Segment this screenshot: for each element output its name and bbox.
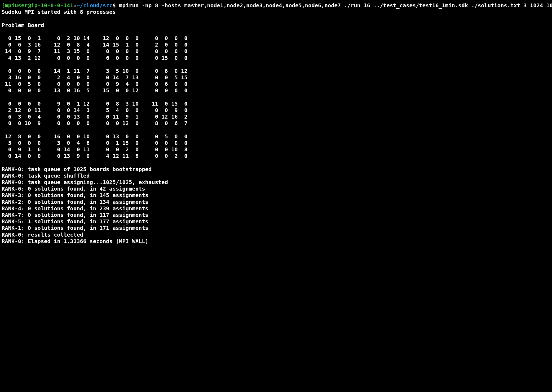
log-output: RANK-0: task queue of 1025 boards bootst… — [2, 166, 168, 244]
prompt-colon: : — [73, 2, 77, 9]
prompt-user-host: mpiuser@ip-10-0-0-141 — [5, 2, 73, 9]
prompt-dollar: $ — [112, 2, 119, 9]
startup-line: Sudoku MPI started with 8 processes — [2, 9, 116, 15]
board-title: Problem Board — [2, 22, 44, 28]
prompt-open-bracket: [ — [2, 2, 5, 9]
prompt-path: ~/cloud/src — [77, 2, 112, 9]
problem-board: 0 15 0 1 0 2 10 14 12 0 0 0 0 0 0 0 0 6 … — [2, 35, 187, 159]
command-text: mpirun -np 8 -hosts master,node1,node2,n… — [119, 2, 552, 9]
terminal-window[interactable]: [mpiuser@ip-10-0-0-141:~/cloud/src$ mpir… — [0, 0, 552, 247]
prompt-line: [mpiuser@ip-10-0-0-141:~/cloud/src$ mpir… — [2, 2, 552, 9]
